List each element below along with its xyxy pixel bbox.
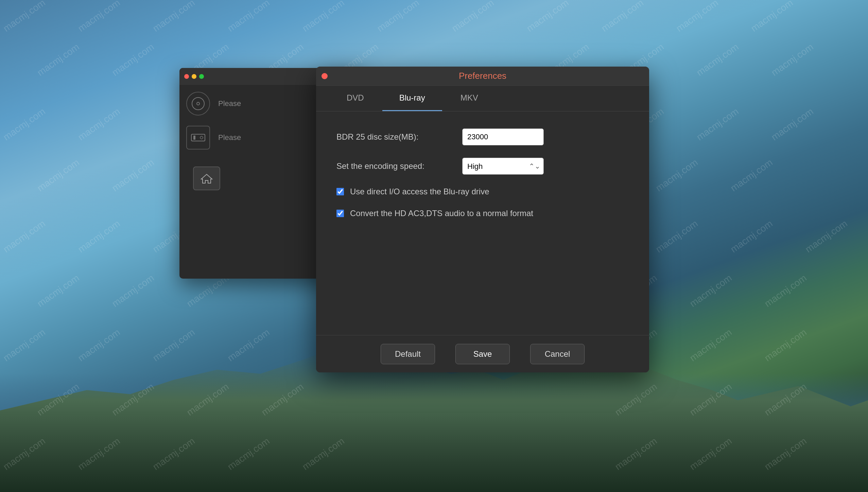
- drive-icon: [186, 126, 210, 150]
- dialog-footer: Default Save Cancel: [316, 335, 649, 372]
- tab-mkv[interactable]: MKV: [444, 86, 495, 111]
- bdr-disc-label: BDR 25 disc size(MB):: [336, 132, 452, 142]
- checkbox-direct-io[interactable]: [336, 188, 344, 195]
- svg-point-4: [200, 136, 203, 139]
- checkbox-direct-io-label: Use direct I/O access the Blu-ray drive: [350, 187, 489, 196]
- bdr-disc-row: BDR 25 disc size(MB):: [336, 128, 629, 145]
- bdr-disc-input[interactable]: [462, 128, 544, 145]
- default-button[interactable]: Default: [381, 344, 435, 364]
- save-button[interactable]: Save: [455, 344, 510, 364]
- encoding-speed-select[interactable]: Low Medium High Ultra: [462, 158, 544, 175]
- dialog-content: BDR 25 disc size(MB): Set the encoding s…: [316, 111, 649, 235]
- cancel-button[interactable]: Cancel: [530, 344, 585, 364]
- traffic-light-yellow[interactable]: [192, 74, 196, 79]
- checkbox-convert-audio[interactable]: [336, 210, 344, 217]
- preferences-dialog: Preferences DVD Blu-ray MKV BDR 25 disc …: [316, 67, 649, 372]
- dialog-title: Preferences: [459, 71, 506, 81]
- dialog-titlebar: Preferences: [316, 67, 649, 86]
- bg-placeholder-2: Please: [218, 133, 241, 142]
- encoding-speed-label: Set the encoding speed:: [336, 161, 452, 171]
- encoding-speed-select-wrapper: Low Medium High Ultra ⌃⌄: [462, 158, 544, 175]
- svg-point-1: [197, 102, 199, 105]
- dialog-close-button[interactable]: [322, 73, 328, 79]
- checkbox-convert-audio-row: Convert the HD AC3,DTS audio to a normal…: [336, 209, 629, 218]
- checkbox-direct-io-row: Use direct I/O access the Blu-ray drive: [336, 187, 629, 196]
- svg-rect-3: [193, 136, 195, 140]
- bg-placeholder-1: Please: [218, 99, 241, 108]
- traffic-light-green[interactable]: [199, 74, 204, 79]
- home-button[interactable]: [193, 166, 220, 190]
- disc-icon: [186, 92, 210, 116]
- traffic-light-red[interactable]: [184, 74, 189, 79]
- tab-bluray[interactable]: Blu-ray: [382, 86, 442, 111]
- checkbox-convert-audio-label: Convert the HD AC3,DTS audio to a normal…: [350, 209, 533, 218]
- dialog-tabs: DVD Blu-ray MKV: [316, 86, 649, 111]
- encoding-speed-row: Set the encoding speed: Low Medium High …: [336, 158, 629, 175]
- tab-dvd[interactable]: DVD: [330, 86, 381, 111]
- svg-point-0: [192, 98, 204, 110]
